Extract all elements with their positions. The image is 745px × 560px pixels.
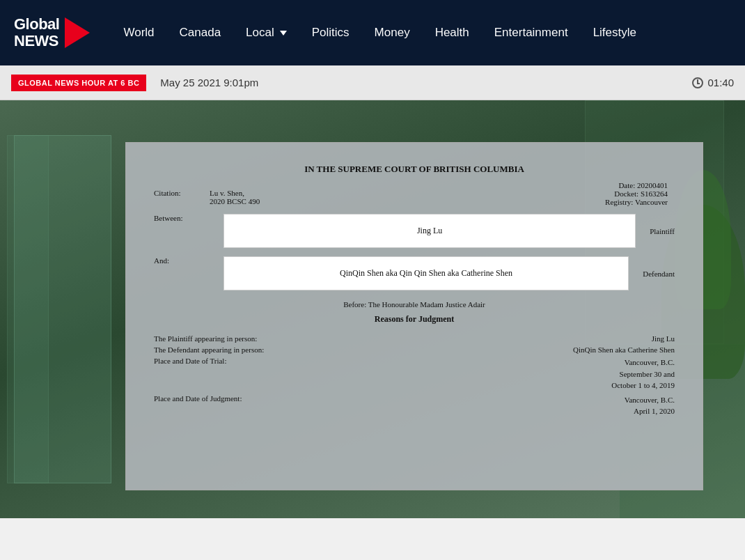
nav-item-world[interactable]: World: [111, 0, 166, 65]
doc-plaintiff-role: Plaintiff: [650, 227, 675, 235]
doc-defendant-appearing: The Defendant appearing in person: QinQi…: [154, 345, 675, 354]
doc-plaintiff-appearing-label: The Plaintiff appearing in person:: [154, 334, 257, 343]
nav-item-money[interactable]: Money: [362, 0, 423, 65]
duration-text: 01:40: [707, 77, 734, 88]
nav-item-health[interactable]: Health: [423, 0, 482, 65]
nav-item-politics[interactable]: Politics: [299, 0, 362, 65]
video-date: May 25 2021 9:01pm: [146, 77, 692, 88]
doc-between-section: Between: Jing Lu Plaintiff: [154, 214, 675, 248]
nav-item-local[interactable]: Local: [233, 0, 299, 65]
doc-place-judgment: Place and Date of Judgment: Vancouver, B…: [154, 394, 675, 417]
logo[interactable]: Global NEWS: [14, 16, 90, 49]
doc-defendant-appearing-value: QinQin Shen aka Catherine Shen: [573, 345, 675, 354]
video-bar: GLOBAL NEWS HOUR AT 6 BC May 25 2021 9:0…: [0, 65, 745, 100]
doc-meta: Date: 20200401 Docket: S163264 Registry:…: [605, 181, 668, 206]
doc-place-trial-value: Vancouver, B.C. September 30 and October…: [611, 357, 675, 391]
doc-plaintiff-appearing-value: Jing Lu: [652, 334, 675, 343]
doc-defendant-appearing-label: The Defendant appearing in person:: [154, 345, 264, 354]
video-badge: GLOBAL NEWS HOUR AT 6 BC: [11, 75, 146, 91]
doc-and-row: And: QinQin Shen aka Qin Qin Shen aka Ca…: [154, 256, 675, 290]
doc-reasons-title: Reasons for Judgment: [154, 314, 675, 325]
nav-item-entertainment[interactable]: Entertainment: [482, 0, 581, 65]
doc-title: IN THE SUPREME COURT OF BRITISH COLUMBIA: [154, 164, 675, 175]
doc-citation-label: Citation:: [154, 189, 210, 205]
doc-citation-row: Citation: Lu v. Shen, 2020 BCSC 490: [154, 189, 675, 205]
nav-item-lifestyle[interactable]: Lifestyle: [581, 0, 649, 65]
doc-place-trial-label: Place and Date of Trial:: [154, 357, 226, 365]
logo-arrow-icon: [65, 17, 90, 48]
nav-links: World Canada Local Politics Money Health…: [111, 0, 731, 65]
doc-between-label: Between:: [154, 214, 210, 222]
doc-before: Before: The Honourable Madam Justice Ada…: [154, 300, 675, 309]
chevron-down-icon: [280, 31, 287, 36]
video-duration: 01:40: [692, 77, 734, 88]
document-overlay: IN THE SUPREME COURT OF BRITISH COLUMBIA…: [125, 142, 703, 490]
doc-and-label: And:: [154, 256, 210, 265]
doc-plaintiff-appearing: The Plaintiff appearing in person: Jing …: [154, 334, 675, 343]
doc-place-judgment-value: Vancouver, B.C. April 1, 2020: [625, 394, 675, 417]
doc-defendant-role: Defendant: [643, 270, 675, 278]
logo-text: Global NEWS: [14, 16, 59, 49]
doc-defendant-name-box: QinQin Shen aka Qin Qin Shen aka Catheri…: [224, 256, 629, 290]
doc-place-trial: Place and Date of Trial: Vancouver, B.C.…: [154, 357, 675, 391]
nav-item-canada[interactable]: Canada: [167, 0, 234, 65]
doc-place-judgment-label: Place and Date of Judgment:: [154, 394, 242, 403]
doc-plaintiff-name-box: Jing Lu: [224, 214, 636, 248]
clock-icon: [692, 77, 703, 88]
navigation: Global NEWS World Canada Local Politics …: [0, 0, 745, 65]
video-player[interactable]: IN THE SUPREME COURT OF BRITISH COLUMBIA…: [0, 100, 745, 518]
